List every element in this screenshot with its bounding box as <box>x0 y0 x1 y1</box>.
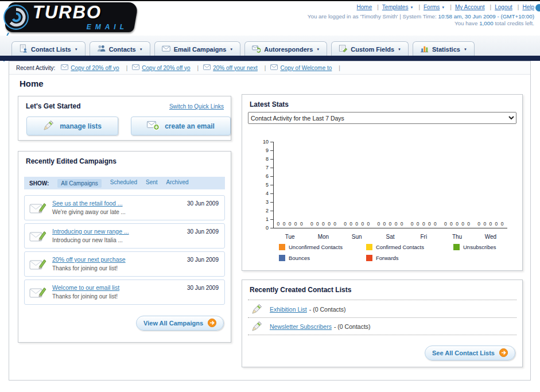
system-time: 10:58 am, 30 Jun 2009 - (GMT+10:00) <box>438 13 534 20</box>
chevron-down-icon: ▼ <box>441 6 445 9</box>
top-link-label: Help <box>522 4 534 10</box>
top-link-label: My Account <box>455 4 485 10</box>
create-email-label: create an email <box>165 122 215 130</box>
campaign-date: 30 Jun 2009 <box>187 257 219 263</box>
chevron-down-icon: ▼ <box>410 6 413 9</box>
app-logo[interactable]: TURBO EMAIL <box>2 2 139 32</box>
create-email-button[interactable]: create an email <box>131 117 231 135</box>
filter-sent[interactable]: Sent <box>146 179 158 188</box>
top-link-label: Forms <box>424 4 440 10</box>
y-tick-label: 8 <box>248 156 269 162</box>
contact-list-link[interactable]: Exhibition List <box>270 306 307 313</box>
contacts-icon <box>97 44 106 54</box>
tab-custom-fields[interactable]: Custom Fields▼ <box>331 41 409 56</box>
chart-zero-values: 0 0 0 0 0 <box>340 221 374 227</box>
activity-item[interactable]: Copy of 20% off yo <box>61 64 132 71</box>
chart-zero-values: 0 0 0 0 0 <box>407 221 440 227</box>
arrow-right-icon <box>499 348 508 358</box>
top-nav: HomeTemplates▼Forms▼My AccountLogoutHelp <box>357 4 534 10</box>
contact-list-link[interactable]: Newsletter Subscribers <box>270 323 332 330</box>
header: TURBO EMAIL HomeTemplates▼Forms▼My Accou… <box>0 1 540 36</box>
tab-email-campaigns[interactable]: Email Campaigns▼ <box>154 41 241 56</box>
campaign-title-link[interactable]: 20% off your next purchase <box>52 256 126 263</box>
campaign-title-link[interactable]: See us at the retail food ... <box>52 200 123 207</box>
pencil-icon <box>251 321 263 334</box>
top-link-logout[interactable]: Logout <box>495 4 522 10</box>
activity-item[interactable]: 20% off your next <box>203 64 270 71</box>
y-tick-label: 1 <box>248 216 269 222</box>
top-link-help[interactable]: Help <box>522 4 534 10</box>
email-campaigns-icon <box>162 44 170 54</box>
y-tick-label: 0 <box>248 225 269 231</box>
top-link-home[interactable]: Home <box>357 4 382 10</box>
top-link-my-account[interactable]: My Account <box>455 4 495 10</box>
activity-item-label: Copy of Welcome to <box>280 65 332 71</box>
contact-list-row: Newsletter Subscribers- (0 Contacts) <box>248 318 516 335</box>
see-all-contact-lists-button[interactable]: See All Contact Lists <box>425 346 515 360</box>
tab-label: Contacts <box>109 46 136 53</box>
activity-item[interactable]: Copy of 20% off yo <box>132 64 203 71</box>
logo-text-turbo: TURBO <box>33 2 102 23</box>
show-label: SHOW: <box>29 180 49 187</box>
envelope-pencil-icon <box>29 285 46 302</box>
campaign-row: 20% off your next purchaseThanks for joi… <box>24 251 225 277</box>
pencil-icon <box>43 120 55 133</box>
view-all-campaigns-button[interactable]: View All Campaigns <box>136 316 224 331</box>
turbo-swirl-icon <box>3 4 29 33</box>
switch-to-quick-links[interactable]: Switch to Quick Links <box>169 103 224 110</box>
view-all-campaigns-label: View All Campaigns <box>143 320 203 327</box>
tab-contacts[interactable]: Contacts▼ <box>90 41 150 56</box>
get-started-panel: Let's Get Started Switch to Quick Links … <box>18 96 231 141</box>
envelope-pencil-icon <box>29 201 46 218</box>
y-tick-label: 5 <box>248 182 269 188</box>
contact-list-row: Exhibition List- (0 Contacts) <box>248 301 516 318</box>
chevron-down-icon: ▼ <box>139 48 143 51</box>
activity-item[interactable]: Copy of Welcome to <box>270 64 344 71</box>
stats-period-select[interactable]: Contact Activity for the Last 7 Days <box>248 112 516 124</box>
chevron-down-icon: ▼ <box>316 48 320 51</box>
credits-value: 1,000 <box>479 20 494 26</box>
chart-y-axis-line <box>273 142 274 228</box>
autoresponders-icon <box>252 44 261 54</box>
y-tick-label: 9 <box>248 148 269 153</box>
manage-lists-button[interactable]: manage lists <box>26 117 118 135</box>
latest-stats-panel: Latest Stats Contact Activity for the La… <box>242 94 523 271</box>
chevron-down-icon: ▼ <box>464 48 467 51</box>
legend-label: Bounces <box>289 255 310 261</box>
legend-item-confirmed-contacts: Confirmed Contacts <box>366 244 453 250</box>
tab-statistics[interactable]: Statistics▼ <box>413 41 475 56</box>
recent-activity-bar: Recent Activity: Copy of 20% off yoCopy … <box>9 61 530 75</box>
envelope-icon <box>270 64 278 71</box>
content-area: Recent Activity: Copy of 20% off yoCopy … <box>9 61 531 381</box>
contact-lists-panel: Recently Created Contact Lists Exhibitio… <box>242 280 523 367</box>
chart-x-axis-line <box>273 228 507 228</box>
tab-contact-lists[interactable]: Contact Lists▼ <box>11 41 86 56</box>
filter-scheduled[interactable]: Scheduled <box>110 179 137 188</box>
legend-swatch <box>366 255 372 261</box>
filter-all-campaigns[interactable]: All Campaigns <box>57 179 101 188</box>
tab-label: Statistics <box>432 46 460 53</box>
dotted-divider <box>248 300 516 300</box>
contact-list-count: - (0 Contacts) <box>309 306 346 313</box>
chart-legend: Unconfirmed ContactsConfirmed ContactsUn… <box>279 244 540 261</box>
contact-activity-chart: 0123456789100 0 0 0 0Tue0 0 0 0 0Mon0 0 … <box>248 138 518 244</box>
campaign-date: 30 Jun 2009 <box>187 285 219 291</box>
chart-zero-values: 0 0 0 0 0 <box>440 221 473 227</box>
top-link-forms[interactable]: Forms▼ <box>424 4 455 10</box>
campaign-title-link[interactable]: Welcome to our email list <box>52 284 119 291</box>
contact-list-text: Newsletter Subscribers- (0 Contacts) <box>270 323 371 330</box>
pencil-icon <box>251 304 263 317</box>
legend-item-bounces: Bounces <box>279 255 366 261</box>
campaign-subtitle: Introducing our new Italia ... <box>52 237 123 243</box>
tab-label: Email Campaigns <box>174 46 227 53</box>
tab-autoresponders[interactable]: Autoresponders▼ <box>244 41 327 56</box>
campaign-title-link[interactable]: Introducing our new range ... <box>52 228 129 235</box>
statistics-icon <box>420 44 429 54</box>
arrow-right-icon <box>208 319 216 328</box>
logo-text-email: EMAIL <box>87 23 128 31</box>
campaigns-title: Recently Edited Campaigns <box>26 157 116 165</box>
campaigns-panel: Recently Edited Campaigns SHOW: All Camp… <box>18 151 231 343</box>
session-info: You are logged in as 'Timothy Smith' | S… <box>308 13 534 20</box>
filter-archived[interactable]: Archived <box>166 179 189 188</box>
top-link-templates[interactable]: Templates▼ <box>382 4 424 10</box>
